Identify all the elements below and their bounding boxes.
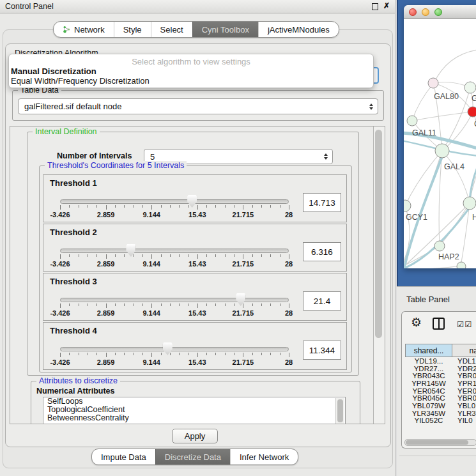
close-traffic-light-icon[interactable]	[409, 8, 417, 16]
table-data-value: galFiltered.sif default node	[24, 102, 121, 111]
cell-name: YDL1	[452, 357, 476, 365]
minimize-traffic-light-icon[interactable]	[422, 8, 429, 16]
node-left[interactable]	[407, 116, 417, 126]
table-panel-region: Table Panel ⚙ ☑☑ shared... name YDL19...…	[397, 286, 476, 476]
network-edge[interactable]	[412, 83, 434, 121]
column-header-shared[interactable]: shared...	[405, 344, 452, 357]
table-row[interactable]: YER054CYER0	[405, 387, 476, 395]
slider-tick	[106, 254, 107, 259]
tab-jactivemnodules[interactable]: jActiveMNodules	[258, 22, 339, 37]
table-header-row: shared... name	[405, 344, 476, 357]
apply-button[interactable]: Apply	[172, 429, 218, 443]
checkbox-checked-icons[interactable]: ☑☑	[457, 319, 472, 329]
slider-tick	[179, 303, 180, 306]
threshold-label: Threshold 3	[50, 277, 97, 286]
slider-tick-label: 28	[270, 260, 308, 268]
numerical-attributes-list[interactable]: SelfLoopsTopologicalCoefficientBetweenne…	[43, 397, 346, 424]
threshold-value-field[interactable]	[303, 242, 341, 261]
tab-discretize-data[interactable]: Discretize Data	[155, 449, 230, 464]
attribute-list-item[interactable]: BetweennessCentrality	[43, 414, 345, 422]
dropdown-item-equal-width-frequency[interactable]: Equal Width/Frequency Discretization	[9, 76, 373, 86]
close-icon[interactable]: ✗	[383, 1, 390, 10]
node-pink[interactable]	[428, 78, 438, 88]
slider-tick	[270, 205, 271, 208]
network-edge[interactable]	[442, 151, 470, 203]
slider-tick	[261, 353, 262, 355]
horizontal-scrollbar-thumb[interactable]	[406, 440, 468, 445]
network-edge[interactable]	[405, 151, 442, 206]
column-header-name[interactable]: name	[452, 344, 476, 357]
slider-track[interactable]	[60, 298, 289, 302]
horizontal-scrollbar[interactable]	[404, 439, 476, 446]
slider-tick	[289, 353, 289, 357]
cell-name: YDR2	[452, 365, 476, 372]
table-row[interactable]: YBR043CYBR0	[405, 372, 476, 380]
slider-tick	[161, 205, 162, 208]
node-GCY1[interactable]	[404, 200, 411, 211]
slider-tick	[215, 205, 216, 208]
table-row[interactable]: YPR145WYPR1	[405, 380, 476, 387]
table-row[interactable]: YLR345WYLR3	[405, 410, 476, 417]
column-selector-icon[interactable]	[433, 318, 445, 330]
threshold-panel-3: Threshold 3-3.4262.8599.14415.4321.71528	[43, 273, 347, 321]
vertical-scrollbar-thumb[interactable]	[375, 130, 382, 338]
slider-thumb[interactable]	[163, 342, 173, 355]
cell-name: YBL0	[452, 402, 476, 410]
slider-tick	[270, 353, 271, 355]
node-bottom-edge[interactable]	[457, 262, 466, 268]
slider-track[interactable]	[60, 199, 289, 204]
network-edge[interactable]	[404, 266, 461, 268]
slider-tick-label: 28	[270, 309, 308, 317]
table-row[interactable]: YBL079WYBL0	[405, 402, 476, 410]
threshold-value-field[interactable]	[303, 291, 341, 311]
table-body: YDL19...YDL1YDR27...YDR2YBR043CYBR0YPR14…	[405, 357, 476, 424]
node-label-GCY1: GCY1	[406, 213, 427, 222]
node-red[interactable]	[468, 107, 476, 117]
zoom-traffic-light-icon[interactable]	[434, 8, 442, 16]
tab-style[interactable]: Style	[114, 22, 151, 37]
table-row[interactable]: YBR045CYBR0	[405, 394, 476, 402]
tab-infer-network[interactable]: Infer Network	[230, 449, 298, 464]
node-right-mid[interactable]	[463, 197, 476, 210]
table-row[interactable]: YDR27...YDR2	[405, 365, 476, 372]
node-top-right[interactable]	[464, 82, 476, 93]
list-scrollbar[interactable]	[335, 398, 344, 424]
threshold-value-field[interactable]	[303, 193, 341, 212]
network-window-titlebar[interactable]	[404, 5, 476, 19]
slider-tick	[234, 254, 234, 257]
slider-tick	[96, 353, 97, 355]
slider-tick-label: -3.426	[41, 260, 79, 268]
gear-icon[interactable]: ⚙	[411, 315, 422, 329]
network-edge[interactable]	[434, 50, 476, 83]
control-panel-window: Control Panel ✗ Discretization Algorithm…	[0, 0, 395, 476]
list-scrollbar-thumb[interactable]	[337, 399, 343, 422]
network-canvas[interactable]: GAL80GACGAL11GAL4GCY1HHAP2	[404, 19, 476, 268]
dropdown-item-manual-discretization[interactable]: Manual Discretization	[9, 66, 373, 76]
slider-tick-label: -3.426	[41, 211, 79, 219]
slider-track[interactable]	[60, 347, 289, 351]
node-GAL4[interactable]	[435, 144, 449, 158]
network-edge-highlighted[interactable]	[470, 167, 476, 201]
network-graph: GAL80GACGAL11GAL4GCY1HHAP2	[404, 19, 476, 268]
slider-tick-label: 21.715	[224, 260, 262, 268]
table-row[interactable]: YIL052CYIL0	[405, 417, 476, 424]
vertical-scrollbar[interactable]	[373, 127, 385, 424]
slider-thumb[interactable]	[126, 244, 135, 257]
table-data-combobox[interactable]: galFiltered.sif default node	[18, 98, 378, 114]
tab-network[interactable]: Network	[54, 22, 114, 37]
tab-cyni-toolbox[interactable]: Cyni Toolbox	[192, 22, 258, 37]
slider-tick	[151, 353, 152, 357]
slider-tick	[280, 353, 280, 355]
node-HAP2[interactable]	[434, 241, 445, 251]
tab-impute-data[interactable]: Impute Data	[92, 449, 155, 464]
control-panel-titlebar[interactable]: Control Panel ✗	[0, 0, 395, 13]
slider-track[interactable]	[60, 249, 289, 253]
slider-tick-label: 28	[270, 358, 308, 366]
tab-select[interactable]: Select	[151, 22, 192, 37]
network-edge[interactable]	[412, 112, 473, 121]
float-window-icon[interactable]	[372, 3, 378, 10]
threshold-value-field[interactable]	[303, 341, 341, 360]
table-row[interactable]: YDL19...YDL1	[405, 357, 476, 365]
slider-thumb[interactable]	[236, 293, 245, 306]
slider-tick	[60, 353, 61, 357]
